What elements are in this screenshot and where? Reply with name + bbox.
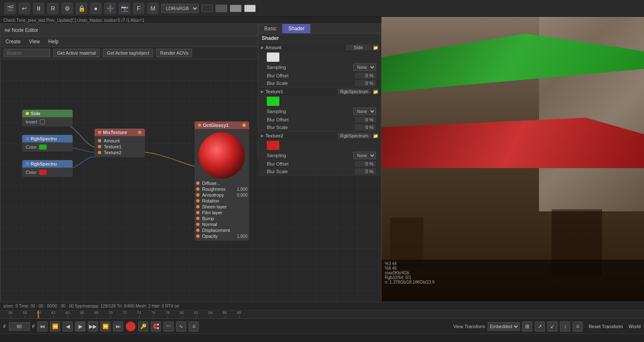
extra-button[interactable]: ≡ <box>189 321 199 331</box>
texture2-sampling-select[interactable]: None <box>353 152 376 159</box>
amount-label: Amount <box>104 138 120 143</box>
node-side[interactable]: Side Invert <box>22 110 73 126</box>
playhead[interactable] <box>38 310 39 318</box>
render-aovs-button[interactable]: Render AOVs <box>156 49 192 57</box>
f-icon[interactable]: F <box>133 3 145 14</box>
texture1-sampling-select[interactable]: None <box>353 108 376 115</box>
skip-start-button[interactable]: ⏮ <box>37 321 47 331</box>
reset-transform-label: Reset Transform <box>589 324 623 329</box>
plus-icon[interactable]: ➕ <box>104 3 116 14</box>
opacity-value: 1.000 <box>237 234 247 239</box>
next-frame-button[interactable]: ⏩ <box>100 321 110 331</box>
texture2-blur-offset-row: Blur Offset 0 % <box>258 160 381 168</box>
snap-button[interactable]: 🧲 <box>151 321 161 331</box>
timeline-stats-text: s/sec: 0 Time: 00 : 00 : 00/00 : 00 : 00… <box>3 304 179 308</box>
oct-roughness: Roughness 1.000 <box>196 186 247 192</box>
texture2-blur-scale-value: 0 % <box>355 168 376 174</box>
view-icon-2[interactable]: ↗ <box>535 321 545 331</box>
node-rgb2[interactable]: RgbSpectru Color <box>22 160 73 177</box>
texture2-folder-btn[interactable]: 📁 <box>373 133 379 139</box>
node-oct[interactable]: OctGlossy1 Diffuse... Roughness 1.000 An… <box>195 121 249 241</box>
invert-checkbox[interactable] <box>40 119 45 124</box>
play-button[interactable]: ▶ <box>75 321 85 331</box>
view-icon-5[interactable]: ≡ <box>573 321 583 331</box>
node-rgb2-dot <box>26 162 29 166</box>
amount-color-swatch[interactable] <box>267 53 279 62</box>
amount-folder-btn[interactable]: 📁 <box>373 45 379 50</box>
sheen-label: Sheen layer <box>202 204 227 209</box>
view-icon-4[interactable]: ↕ <box>560 321 570 331</box>
viewport-stats: %3 44 %8 46 max0Kb/4Gb Rgb32/64: 0/1 n: … <box>381 260 644 302</box>
lock-icon[interactable]: 🔒 <box>76 3 87 14</box>
get-active-tag-button[interactable]: Get Active tag/object <box>103 49 153 57</box>
texture2-color-row <box>258 140 381 151</box>
texture2-blur-offset-value: 0 % <box>355 161 376 167</box>
step-back-button[interactable]: ◀ <box>63 321 73 331</box>
tab-shader[interactable]: Shader <box>282 24 310 33</box>
texture2-section-header[interactable]: ▶ Texture2 RgbSpectrum 📁 <box>258 132 381 140</box>
r-icon[interactable]: R <box>47 3 59 14</box>
mark-84: 84 <box>208 310 213 318</box>
node-rgb1[interactable]: RgbSpectru Color <box>22 135 73 152</box>
node-oct-dot-r <box>242 124 246 127</box>
prev-frame-button[interactable]: ⏪ <box>50 321 60 331</box>
pause-icon[interactable]: ⏸ <box>33 3 45 14</box>
menu-help[interactable]: Help <box>47 38 60 45</box>
frame-f-label: F <box>3 324 6 329</box>
motion-button[interactable]: 〰 <box>163 321 173 331</box>
m-icon[interactable]: M <box>147 3 159 14</box>
record-button[interactable] <box>126 321 136 331</box>
texture2-blur-offset-label: Blur Offset <box>267 161 352 166</box>
node-mix-texture1: Texture1 <box>98 144 142 150</box>
node-mix[interactable]: MixTexture Amount Texture1 Texture2 <box>95 129 145 157</box>
menu-view[interactable]: View <box>27 38 42 45</box>
mark-78: 78 <box>166 310 170 318</box>
ldr-select[interactable]: LDR/sRGB <box>161 4 199 13</box>
node-oct-dot-l <box>198 124 201 127</box>
texture1-color-row <box>258 96 381 107</box>
keyframe-button[interactable]: 🔑 <box>138 321 148 331</box>
frame-input[interactable] <box>9 322 30 331</box>
viewport[interactable]: X Y Z %3 44 %8 46 max0Kb/4Gb Rgb32/64: 0… <box>381 0 644 302</box>
mark-88: 88 <box>237 310 241 318</box>
mark-76: 76 <box>151 310 155 318</box>
stat-mem: max0Kb/4Gb <box>385 271 641 275</box>
view-icon-1[interactable]: ⊞ <box>522 321 532 331</box>
camera-icon[interactable]: 📷 <box>118 3 130 14</box>
get-active-material-button[interactable]: Get Active material <box>53 49 100 57</box>
timeline-ruler[interactable]: 56 58 60 62 64 66 68 70 72 74 76 <box>0 310 644 319</box>
frame-f2-label: F <box>32 324 35 329</box>
texture1-folder-btn[interactable]: 📁 <box>373 89 379 95</box>
color-label-2: Color <box>26 170 37 175</box>
curve-button[interactable]: ∿ <box>176 321 186 331</box>
search-input[interactable] <box>4 49 50 57</box>
texture1-arrow: ▶ <box>261 89 264 94</box>
texture1-section-header[interactable]: ▶ Texture1 RgbSpectrum 📁 <box>258 87 381 96</box>
roughness-dot <box>196 187 200 191</box>
node-oct-title: OctGlossy1 <box>203 123 229 128</box>
node-mix-title: MixTexture <box>103 130 127 135</box>
view-icon-3[interactable]: ↙ <box>547 321 557 331</box>
tab-basic[interactable]: Basic <box>258 24 282 33</box>
texture1-blur-scale-value: 0 % <box>355 124 376 130</box>
film-label: Film layer <box>202 210 222 215</box>
skip-end-button[interactable]: ⏭ <box>113 321 123 331</box>
mark-66: 66 <box>80 310 84 318</box>
node-mix-output-dot <box>138 131 142 134</box>
amount-sampling-select[interactable]: None <box>353 63 376 71</box>
undo-icon[interactable]: ↩ <box>18 3 30 14</box>
amount-section-header[interactable]: ▶ Amount Side 📁 <box>258 43 381 52</box>
amount-sampling-label: Sampling <box>267 65 351 70</box>
texture1-color-swatch[interactable] <box>267 97 279 106</box>
settings-icon[interactable]: ⚙ <box>61 3 73 14</box>
texture2-color-swatch[interactable] <box>267 141 279 150</box>
play-fwd-button[interactable]: ▶▶ <box>88 321 98 331</box>
stat-gb: n: 1.378Gb/18.186Gb/23.9 <box>385 280 641 284</box>
menu-create[interactable]: Create <box>4 38 22 45</box>
render-icon[interactable]: 🎬 <box>4 3 16 14</box>
amount-blur-scale-value: 0 % <box>355 80 376 86</box>
node-side-invert: Invert <box>26 119 69 125</box>
circle-icon[interactable]: ● <box>90 3 102 14</box>
diffuse-label: Diffuse... <box>202 181 220 186</box>
embedded-select[interactable]: Embedded <box>488 322 520 331</box>
